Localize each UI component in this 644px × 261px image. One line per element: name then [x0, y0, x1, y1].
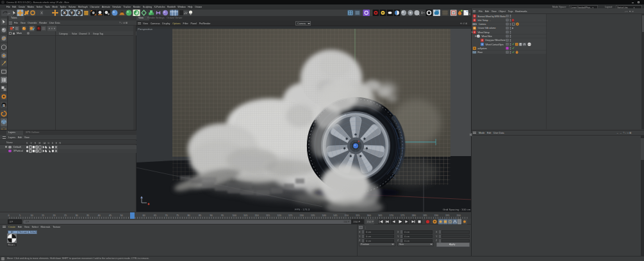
svg-text:145: 145: [333, 214, 337, 217]
svg-text:135: 135: [311, 214, 315, 217]
svg-text:15: 15: [42, 214, 44, 217]
svg-text:125: 125: [288, 214, 292, 217]
svg-text:20: 20: [53, 214, 56, 217]
svg-text:Wheel Contact/Spin: Wheel Contact/Spin: [486, 44, 504, 46]
svg-text:Y: Y: [70, 11, 73, 15]
svg-text:10: 10: [31, 214, 33, 217]
svg-text:195: 195: [445, 214, 449, 217]
svg-text:Wheel Setup: Wheel Setup: [478, 31, 490, 34]
svg-text:100: 100: [233, 214, 236, 217]
svg-text:30: 30: [76, 214, 78, 217]
svg-text:50: 50: [120, 214, 123, 217]
svg-text:25: 25: [64, 214, 67, 217]
svg-text:Camera: Camera: [479, 23, 486, 26]
svg-text:35: 35: [87, 214, 89, 217]
svg-text:165: 165: [378, 214, 382, 217]
svg-text:Drop your Wheel here: Drop your Wheel here: [486, 39, 506, 42]
svg-text:5: 5: [19, 214, 21, 217]
svg-text:B: B: [3, 104, 5, 107]
svg-text:85: 85: [199, 214, 201, 217]
svg-text:Info / Setup →: Info / Setup →: [478, 19, 491, 22]
svg-text:Grid Spacing : 100 cm: Grid Spacing : 100 cm: [443, 208, 471, 211]
svg-text:80: 80: [188, 214, 190, 217]
svg-text:105: 105: [244, 214, 247, 217]
svg-text:X: X: [63, 11, 65, 15]
svg-text:Z: Z: [78, 11, 80, 15]
svg-text:175: 175: [400, 214, 404, 217]
svg-text:Wheel Skin: Wheel Skin: [482, 35, 492, 38]
svg-text:65: 65: [154, 214, 156, 217]
svg-text:70: 70: [165, 214, 168, 217]
svg-text:160: 160: [367, 214, 371, 217]
svg-text:110: 110: [255, 214, 259, 217]
svg-text:FPS : 173.3: FPS : 173.3: [295, 208, 310, 211]
svg-text:150: 150: [345, 214, 349, 217]
svg-text:Floor: Floor: [478, 51, 483, 54]
svg-text:Perspective: Perspective: [138, 28, 153, 31]
svg-text:180: 180: [412, 214, 416, 217]
svg-text:190: 190: [434, 214, 438, 217]
svg-text:45: 45: [109, 214, 111, 217]
svg-text:60: 60: [143, 214, 145, 217]
svg-text:150 F: 150 F: [353, 220, 361, 223]
svg-text:Burnout Wheel by WRS Works: Burnout Wheel by WRS Works: [478, 15, 506, 18]
svg-text:120: 120: [277, 214, 281, 217]
svg-text:95: 95: [221, 214, 224, 217]
svg-text:185: 185: [423, 214, 427, 217]
svg-text:170: 170: [390, 214, 393, 217]
svg-text:75: 75: [176, 214, 179, 217]
svg-text:90: 90: [210, 214, 213, 217]
svg-text:200: 200: [457, 214, 461, 217]
svg-text:155: 155: [356, 214, 359, 217]
svg-text:115: 115: [266, 214, 270, 217]
svg-text:0: 0: [8, 214, 10, 217]
svg-text:140: 140: [322, 214, 326, 217]
svg-text:Octane Vdb volume: Octane Vdb volume: [478, 28, 496, 30]
svg-text:130: 130: [300, 214, 304, 217]
svg-text:150 F: 150 F: [367, 220, 374, 223]
svg-text:40: 40: [98, 214, 101, 217]
svg-text:axSystem: axSystem: [478, 47, 487, 50]
